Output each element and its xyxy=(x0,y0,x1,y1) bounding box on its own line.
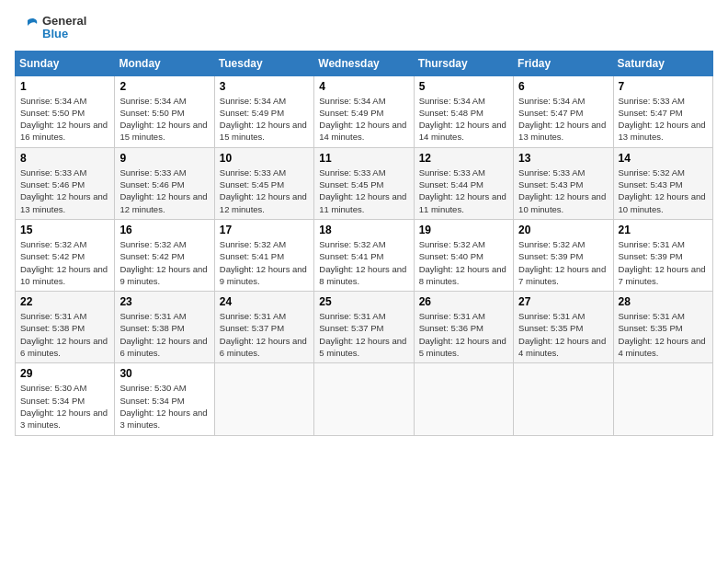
day-details: Sunrise: 5:32 AMSunset: 5:42 PMDaylight:… xyxy=(20,238,109,287)
day-number: 26 xyxy=(419,295,508,308)
calendar-cell: 10Sunrise: 5:33 AMSunset: 5:45 PMDayligh… xyxy=(214,147,313,219)
day-number: 28 xyxy=(619,295,708,308)
column-header-thursday: Thursday xyxy=(414,51,513,75)
calendar-cell xyxy=(613,363,712,435)
day-number: 21 xyxy=(619,224,708,236)
day-number: 19 xyxy=(419,224,508,236)
calendar-week-row: 8Sunrise: 5:33 AMSunset: 5:46 PMDaylight… xyxy=(16,147,713,219)
day-number: 11 xyxy=(319,152,408,165)
calendar-header-row: SundayMondayTuesdayWednesdayThursdayFrid… xyxy=(16,51,713,75)
day-number: 14 xyxy=(619,152,708,165)
calendar-cell: 12Sunrise: 5:33 AMSunset: 5:44 PMDayligh… xyxy=(414,147,513,219)
calendar-cell: 5Sunrise: 5:34 AMSunset: 5:48 PMDaylight… xyxy=(414,75,513,147)
calendar-cell xyxy=(414,363,513,435)
calendar-cell: 29Sunrise: 5:30 AMSunset: 5:34 PMDayligh… xyxy=(16,363,115,435)
day-details: Sunrise: 5:33 AMSunset: 5:47 PMDaylight:… xyxy=(619,95,708,144)
day-details: Sunrise: 5:33 AMSunset: 5:44 PMDaylight:… xyxy=(419,167,508,215)
day-details: Sunrise: 5:31 AMSunset: 5:37 PMDaylight:… xyxy=(220,310,309,359)
column-header-friday: Friday xyxy=(514,51,613,75)
calendar-cell: 21Sunrise: 5:31 AMSunset: 5:39 PMDayligh… xyxy=(613,219,712,291)
calendar-cell: 27Sunrise: 5:31 AMSunset: 5:35 PMDayligh… xyxy=(514,292,613,363)
day-details: Sunrise: 5:31 AMSunset: 5:38 PMDaylight:… xyxy=(119,310,209,359)
calendar-cell: 20Sunrise: 5:32 AMSunset: 5:39 PMDayligh… xyxy=(514,219,613,291)
calendar-cell xyxy=(314,363,414,435)
day-number: 16 xyxy=(119,224,209,236)
day-details: Sunrise: 5:34 AMSunset: 5:48 PMDaylight:… xyxy=(419,95,508,144)
day-details: Sunrise: 5:32 AMSunset: 5:40 PMDaylight:… xyxy=(419,238,508,287)
day-number: 30 xyxy=(119,367,209,380)
day-details: Sunrise: 5:33 AMSunset: 5:45 PMDaylight:… xyxy=(319,167,408,215)
day-details: Sunrise: 5:34 AMSunset: 5:49 PMDaylight:… xyxy=(319,95,408,144)
logo-blue: Blue xyxy=(42,28,86,40)
day-number: 20 xyxy=(518,224,608,236)
calendar-cell: 4Sunrise: 5:34 AMSunset: 5:49 PMDaylight… xyxy=(314,75,414,147)
calendar-cell: 25Sunrise: 5:31 AMSunset: 5:37 PMDayligh… xyxy=(314,292,414,363)
day-details: Sunrise: 5:31 AMSunset: 5:38 PMDaylight:… xyxy=(20,310,109,359)
calendar-cell: 17Sunrise: 5:32 AMSunset: 5:41 PMDayligh… xyxy=(214,219,313,291)
calendar-cell: 8Sunrise: 5:33 AMSunset: 5:46 PMDaylight… xyxy=(16,147,115,219)
day-number: 1 xyxy=(20,80,109,93)
day-number: 29 xyxy=(20,367,109,380)
day-number: 23 xyxy=(119,295,209,308)
calendar-cell: 2Sunrise: 5:34 AMSunset: 5:50 PMDaylight… xyxy=(115,75,214,147)
calendar-cell: 3Sunrise: 5:34 AMSunset: 5:49 PMDaylight… xyxy=(214,75,313,147)
calendar-cell: 1Sunrise: 5:34 AMSunset: 5:50 PMDaylight… xyxy=(16,75,115,147)
day-number: 17 xyxy=(220,224,309,236)
day-details: Sunrise: 5:32 AMSunset: 5:43 PMDaylight:… xyxy=(619,167,708,215)
day-details: Sunrise: 5:34 AMSunset: 5:50 PMDaylight:… xyxy=(20,95,109,144)
day-number: 7 xyxy=(619,80,708,93)
day-number: 6 xyxy=(518,80,608,93)
day-details: Sunrise: 5:34 AMSunset: 5:50 PMDaylight:… xyxy=(119,95,209,144)
day-details: Sunrise: 5:33 AMSunset: 5:43 PMDaylight:… xyxy=(518,167,608,215)
day-details: Sunrise: 5:32 AMSunset: 5:41 PMDaylight:… xyxy=(220,238,309,287)
day-details: Sunrise: 5:33 AMSunset: 5:46 PMDaylight:… xyxy=(119,167,209,215)
calendar-cell: 28Sunrise: 5:31 AMSunset: 5:35 PMDayligh… xyxy=(613,292,712,363)
day-number: 3 xyxy=(220,80,309,93)
day-number: 22 xyxy=(20,295,109,308)
calendar-cell xyxy=(214,363,313,435)
day-number: 8 xyxy=(20,152,109,165)
day-number: 13 xyxy=(518,152,608,165)
day-details: Sunrise: 5:31 AMSunset: 5:37 PMDaylight:… xyxy=(319,310,408,359)
day-details: Sunrise: 5:31 AMSunset: 5:39 PMDaylight:… xyxy=(619,238,708,287)
calendar-table: SundayMondayTuesdayWednesdayThursdayFrid… xyxy=(15,51,713,436)
column-header-tuesday: Tuesday xyxy=(214,51,313,75)
day-details: Sunrise: 5:30 AMSunset: 5:34 PMDaylight:… xyxy=(119,382,209,431)
day-number: 12 xyxy=(419,152,508,165)
day-number: 2 xyxy=(119,80,209,93)
day-details: Sunrise: 5:32 AMSunset: 5:39 PMDaylight:… xyxy=(518,238,608,287)
day-number: 27 xyxy=(518,295,608,308)
calendar-cell: 13Sunrise: 5:33 AMSunset: 5:43 PMDayligh… xyxy=(514,147,613,219)
calendar-cell: 23Sunrise: 5:31 AMSunset: 5:38 PMDayligh… xyxy=(115,292,214,363)
calendar-cell: 26Sunrise: 5:31 AMSunset: 5:36 PMDayligh… xyxy=(414,292,513,363)
calendar-week-row: 22Sunrise: 5:31 AMSunset: 5:38 PMDayligh… xyxy=(16,292,713,363)
day-number: 15 xyxy=(20,224,109,236)
calendar-cell: 19Sunrise: 5:32 AMSunset: 5:40 PMDayligh… xyxy=(414,219,513,291)
calendar-cell: 30Sunrise: 5:30 AMSunset: 5:34 PMDayligh… xyxy=(115,363,214,435)
calendar-cell: 16Sunrise: 5:32 AMSunset: 5:42 PMDayligh… xyxy=(115,219,214,291)
page-header: General Blue xyxy=(15,15,713,41)
day-number: 24 xyxy=(220,295,309,308)
calendar-cell: 7Sunrise: 5:33 AMSunset: 5:47 PMDaylight… xyxy=(613,75,712,147)
day-number: 25 xyxy=(319,295,408,308)
calendar-cell: 14Sunrise: 5:32 AMSunset: 5:43 PMDayligh… xyxy=(613,147,712,219)
day-details: Sunrise: 5:30 AMSunset: 5:34 PMDaylight:… xyxy=(20,382,109,431)
day-number: 4 xyxy=(319,80,408,93)
day-details: Sunrise: 5:31 AMSunset: 5:35 PMDaylight:… xyxy=(518,310,608,359)
day-details: Sunrise: 5:32 AMSunset: 5:42 PMDaylight:… xyxy=(119,238,209,287)
calendar-cell xyxy=(514,363,613,435)
day-details: Sunrise: 5:34 AMSunset: 5:47 PMDaylight:… xyxy=(518,95,608,144)
day-details: Sunrise: 5:33 AMSunset: 5:45 PMDaylight:… xyxy=(220,167,309,215)
day-details: Sunrise: 5:32 AMSunset: 5:41 PMDaylight:… xyxy=(319,238,408,287)
calendar-cell: 6Sunrise: 5:34 AMSunset: 5:47 PMDaylight… xyxy=(514,75,613,147)
calendar-cell: 24Sunrise: 5:31 AMSunset: 5:37 PMDayligh… xyxy=(214,292,313,363)
logo-bird-icon xyxy=(15,15,40,40)
day-number: 5 xyxy=(419,80,508,93)
logo: General Blue xyxy=(15,15,86,41)
day-details: Sunrise: 5:31 AMSunset: 5:35 PMDaylight:… xyxy=(619,310,708,359)
day-details: Sunrise: 5:34 AMSunset: 5:49 PMDaylight:… xyxy=(220,95,309,144)
calendar-week-row: 1Sunrise: 5:34 AMSunset: 5:50 PMDaylight… xyxy=(16,75,713,147)
calendar-cell: 11Sunrise: 5:33 AMSunset: 5:45 PMDayligh… xyxy=(314,147,414,219)
calendar-cell: 9Sunrise: 5:33 AMSunset: 5:46 PMDaylight… xyxy=(115,147,214,219)
column-header-monday: Monday xyxy=(115,51,214,75)
